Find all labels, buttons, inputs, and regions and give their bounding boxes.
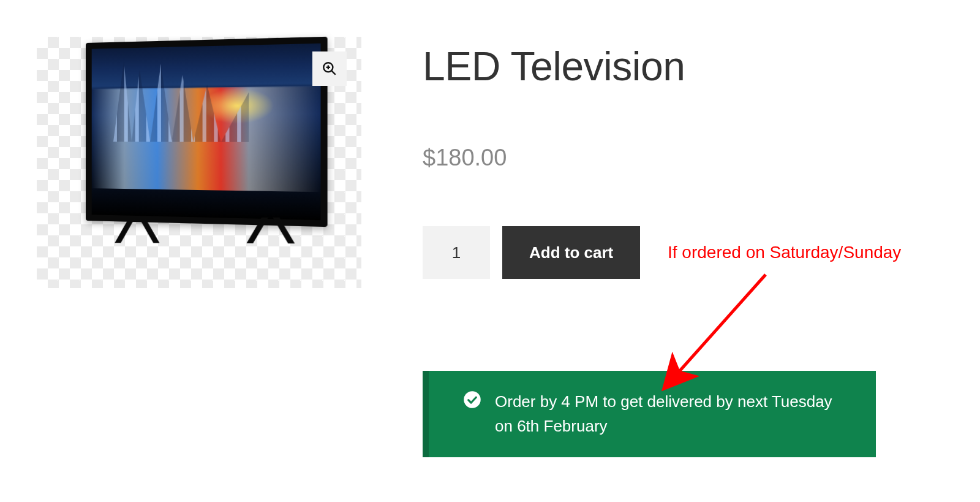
product-page: LED Television $180.00 Add to cart If or… [0,0,980,457]
product-image-background [37,37,361,288]
product-image [86,43,318,243]
tv-stand [86,218,328,244]
check-circle-icon [463,390,481,409]
tv-screen [92,44,321,220]
zoom-in-icon [322,61,337,77]
quantity-input[interactable] [423,226,490,279]
delivery-notice: Order by 4 PM to get delivered by next T… [423,371,876,457]
product-title: LED Television [423,43,943,89]
svg-point-5 [464,391,481,408]
svg-line-4 [674,275,766,378]
delivery-notice-text: Order by 4 PM to get delivered by next T… [495,389,851,439]
zoom-button[interactable] [312,51,347,86]
annotation-text: If ordered on Saturday/Sunday [668,243,901,262]
product-info-column: LED Television $180.00 Add to cart If or… [423,37,943,457]
product-price: $180.00 [423,145,943,171]
tv-frame [86,37,328,227]
add-to-cart-button[interactable]: Add to cart [502,226,640,279]
product-image-column [37,37,361,457]
svg-line-1 [332,71,336,75]
